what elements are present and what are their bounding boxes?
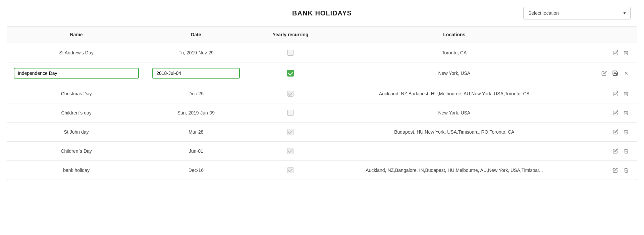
col-header-actions — [574, 27, 637, 43]
cell-date: Jun-01 — [146, 142, 246, 161]
col-header-date: Date — [146, 27, 246, 43]
checkbox-gray[interactable] — [287, 129, 293, 135]
cell-yearly-recurring — [247, 62, 335, 84]
cell-date: Sun, 2019-Jun-09 — [146, 103, 246, 123]
checkbox-checked[interactable] — [287, 70, 294, 77]
cell-date: Fri, 2019-Nov-29 — [146, 43, 246, 62]
cell-name — [7, 62, 146, 84]
cell-yearly-recurring — [247, 103, 335, 123]
checkbox-gray[interactable] — [287, 167, 293, 173]
edit-button[interactable] — [611, 147, 620, 155]
cell-locations: New York, USA — [335, 103, 574, 123]
edit-name-input[interactable] — [14, 68, 139, 79]
table-row: Christmas DayDec-25Auckland, NZ,Budapest… — [7, 84, 637, 103]
edit-button[interactable] — [611, 109, 620, 117]
checkbox-empty[interactable] — [287, 50, 293, 56]
table-row: St Andrew's DayFri, 2019-Nov-29Toronto, … — [7, 43, 637, 62]
table-row: bank holidayDec-16Auckland, NZ,Bangalore… — [7, 161, 637, 180]
cell-name: St Andrew's Day — [7, 43, 146, 62]
delete-button[interactable] — [622, 147, 630, 155]
location-select-wrapper: Select location Toronto, CANew York, USA… — [523, 7, 631, 19]
cell-name: bank holiday — [7, 161, 146, 180]
cancel-button[interactable] — [622, 69, 630, 77]
table-row: St John dayMar-28Budapest, HU,New York, … — [7, 123, 637, 142]
cell-yearly-recurring — [247, 123, 335, 142]
cell-actions — [574, 103, 637, 123]
cell-locations: Auckland, NZ,Budapest, HU,Melbourne, AU,… — [335, 84, 574, 103]
delete-button[interactable] — [622, 128, 630, 136]
cell-date — [146, 62, 246, 84]
cell-locations — [335, 142, 574, 161]
cell-actions — [574, 142, 637, 161]
cell-actions — [574, 123, 637, 142]
cell-yearly-recurring — [247, 43, 335, 62]
col-header-yearly-recurring: Yearly recurring — [247, 27, 335, 43]
cell-yearly-recurring — [247, 161, 335, 180]
cell-yearly-recurring — [247, 84, 335, 103]
edit-button[interactable] — [611, 166, 620, 174]
cell-locations: Toronto, CA — [335, 43, 574, 62]
cell-date: Mar-28 — [146, 123, 246, 142]
delete-button[interactable] — [622, 90, 630, 98]
cell-actions — [574, 161, 637, 180]
bank-holidays-table: Name Date Yearly recurring Locations St … — [7, 27, 637, 180]
col-header-name: Name — [7, 27, 146, 43]
page-header: BANK HOLIDAYS Select location Toronto, C… — [0, 0, 644, 23]
checkbox-empty[interactable] — [287, 110, 293, 116]
cell-date: Dec-16 — [146, 161, 246, 180]
location-select[interactable]: Select location Toronto, CANew York, USA… — [523, 7, 631, 19]
cell-name: Children`s day — [7, 103, 146, 123]
table-row: Children`s DayJun-01 — [7, 142, 637, 161]
table-header-row: Name Date Yearly recurring Locations — [7, 27, 637, 43]
edit-date-input[interactable] — [152, 68, 239, 79]
cell-name: Christmas Day — [7, 84, 146, 103]
cell-actions — [574, 84, 637, 103]
cell-yearly-recurring — [247, 142, 335, 161]
edit-button[interactable] — [611, 90, 620, 98]
cell-locations: Auckland, NZ,Bangalore, IN,Budapest, HU,… — [335, 161, 574, 180]
delete-button[interactable] — [622, 49, 630, 57]
edit-button[interactable] — [611, 49, 620, 57]
cell-locations: Budapest, HU,New York, USA,Timisoara, RO… — [335, 123, 574, 142]
save-button[interactable] — [611, 69, 620, 78]
checkbox-gray[interactable] — [287, 148, 293, 154]
table-row: Children`s daySun, 2019-Jun-09New York, … — [7, 103, 637, 123]
cell-locations: New York, USA — [335, 62, 574, 84]
delete-button[interactable] — [622, 109, 630, 117]
cell-actions — [574, 62, 637, 84]
cell-name: St John day — [7, 123, 146, 142]
page-title: BANK HOLIDAYS — [219, 9, 425, 17]
delete-button[interactable] — [622, 166, 630, 174]
edit-button[interactable] — [611, 128, 620, 136]
cell-date: Dec-25 — [146, 84, 246, 103]
edit-button[interactable] — [600, 69, 608, 77]
cell-actions — [574, 43, 637, 62]
cell-name: Children`s Day — [7, 142, 146, 161]
checkbox-gray[interactable] — [287, 91, 293, 97]
bank-holidays-table-container: Name Date Yearly recurring Locations St … — [7, 26, 637, 180]
table-row: New York, USA — [7, 62, 637, 84]
col-header-locations: Locations — [335, 27, 574, 43]
